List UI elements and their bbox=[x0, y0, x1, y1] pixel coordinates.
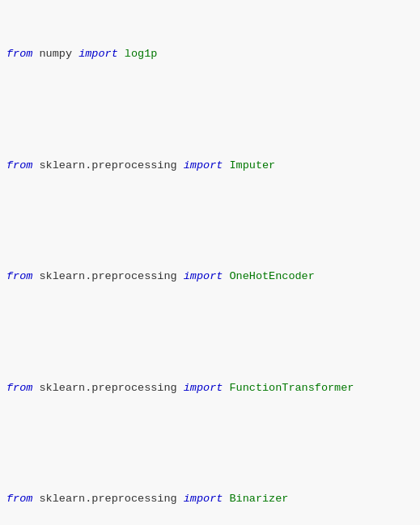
kw-import-1: import bbox=[78, 48, 118, 60]
line-blank-4 bbox=[6, 435, 412, 454]
kw-from-1: from bbox=[6, 48, 32, 60]
line-3: from sklearn.preprocessing import OneHot… bbox=[6, 268, 412, 286]
classname-4: FunctionTransformer bbox=[229, 382, 354, 394]
kw-from-4: from bbox=[6, 382, 32, 394]
module-1: numpy bbox=[40, 48, 73, 60]
kw-import-2: import bbox=[184, 159, 223, 171]
line-2: from sklearn.preprocessing import Impute… bbox=[6, 157, 412, 176]
kw-from-3: from bbox=[6, 270, 32, 282]
kw-import-4: import bbox=[184, 382, 223, 394]
module-4: sklearn.preprocessing bbox=[40, 382, 177, 394]
line-1: from numpy import log1p bbox=[6, 45, 412, 64]
module-3: sklearn.preprocessing bbox=[40, 270, 177, 282]
classname-2: Imputer bbox=[229, 159, 275, 171]
line-4: from sklearn.preprocessing import Functi… bbox=[6, 379, 412, 398]
line-5: from sklearn.preprocessing import Binari… bbox=[6, 490, 412, 509]
classname-3: OneHotEncoder bbox=[229, 270, 314, 282]
kw-import-3: import bbox=[184, 270, 223, 282]
classname-1: log1p bbox=[125, 48, 158, 60]
kw-from-5: from bbox=[6, 493, 32, 505]
module-5: sklearn.preprocessing bbox=[40, 493, 177, 505]
classname-5: Binarizer bbox=[229, 493, 288, 505]
module-2: sklearn.preprocessing bbox=[40, 159, 177, 171]
kw-from-2: from bbox=[6, 159, 32, 171]
line-blank-3 bbox=[6, 324, 412, 342]
line-blank-2 bbox=[6, 212, 412, 231]
line-blank-1 bbox=[6, 101, 412, 120]
kw-import-5: import bbox=[184, 493, 223, 505]
code-editor: from numpy import log1p from sklearn.pre… bbox=[6, 8, 412, 525]
